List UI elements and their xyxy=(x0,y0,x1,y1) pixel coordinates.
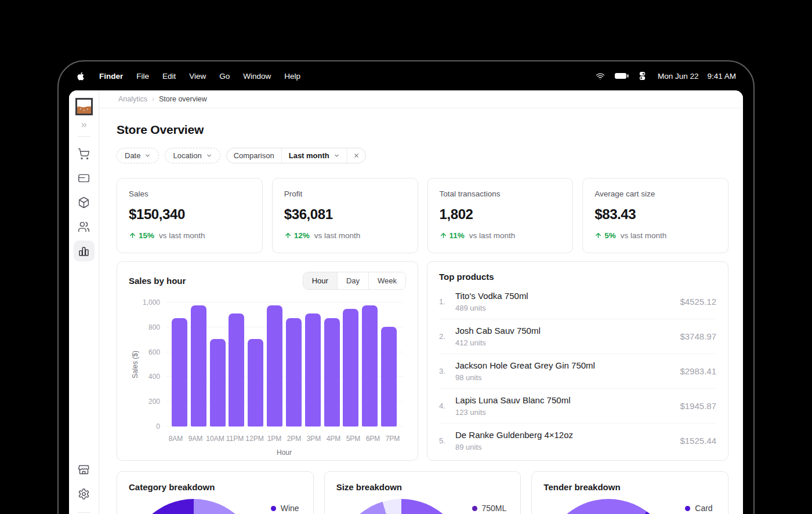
menu-item-file[interactable]: File xyxy=(136,72,149,81)
chevron-down-icon xyxy=(206,152,212,159)
bar-4PM xyxy=(324,318,340,426)
x-axis-label: Hour xyxy=(166,449,403,457)
main-content: Store Overview Date Location Comparison … xyxy=(99,108,743,514)
kpi-delta: 5%vs last month xyxy=(594,231,716,240)
menu-item-help[interactable]: Help xyxy=(284,72,300,81)
y-tick-label: 800 xyxy=(148,323,160,331)
menu-item-edit[interactable]: Edit xyxy=(162,72,176,81)
sidebar-item-orders[interactable] xyxy=(74,143,95,164)
x-tick-label: 11PM xyxy=(225,435,245,443)
kpi-delta-compare: vs last month xyxy=(314,231,361,240)
menu-item-window[interactable]: Window xyxy=(243,72,271,81)
product-price: $2983.41 xyxy=(680,366,716,376)
arrow-up-icon xyxy=(129,232,136,239)
device-frame: FinderFileEditViewGoWindowHelp Mon Jun 2… xyxy=(57,60,755,514)
kpi-delta: 12%vs last month xyxy=(284,231,406,240)
sidebar-item-payments[interactable] xyxy=(74,167,95,188)
legend-label: Card xyxy=(695,504,712,513)
kpi-label: Total transactions xyxy=(440,189,561,198)
kpi-value: $36,081 xyxy=(284,206,406,223)
y-tick-label: 600 xyxy=(148,348,160,356)
sidebar-item-customers[interactable] xyxy=(74,216,95,237)
kpi-value: $83.43 xyxy=(594,206,716,223)
kpi-value: 1,802 xyxy=(440,206,561,223)
bar-9AM xyxy=(191,305,206,426)
sidebar-item-settings[interactable] xyxy=(74,483,95,504)
comparison-filter-label: Comparison xyxy=(234,151,274,160)
y-tick-label: 200 xyxy=(148,398,160,406)
comparison-filter-clear-button[interactable] xyxy=(347,148,365,163)
legend-dot xyxy=(685,506,690,511)
apple-menu-icon[interactable] xyxy=(76,71,86,81)
x-tick-label: 5PM xyxy=(343,435,363,443)
breakdown-body: 750ML16oz xyxy=(336,499,509,514)
product-name: Lapis Luna Sauv Blanc 750ml xyxy=(455,395,680,405)
sidebar-item-analytics[interactable] xyxy=(74,240,95,261)
sidebar-divider xyxy=(78,136,90,137)
top-products-title: Top products xyxy=(439,272,494,282)
pie-legend: WineBeer xyxy=(271,504,299,514)
kpi-card-2: Total transactions1,80211%vs last month xyxy=(427,178,574,253)
breadcrumb-parent[interactable]: Analytics xyxy=(118,95,147,103)
arrow-up-icon xyxy=(440,232,447,239)
user-switch-icon[interactable] xyxy=(638,71,647,81)
product-name: De Ranke Guldenberg 4×12oz xyxy=(455,430,680,440)
comparison-filter-value-seg[interactable]: Last month xyxy=(281,148,347,163)
kpi-label: Sales xyxy=(129,189,251,198)
breakdown-panel-1: Size breakdown750ML16oz xyxy=(324,471,521,514)
bars-container xyxy=(166,302,403,426)
breakdown-body: CardCash xyxy=(543,499,716,514)
breakdown-panel-0: Category breakdownWineBeer xyxy=(117,471,314,514)
toggle-day[interactable]: Day xyxy=(337,272,368,289)
kpi-delta: 15%vs last month xyxy=(129,231,251,240)
menu-item-view[interactable]: View xyxy=(189,72,206,81)
sidebar-item-inventory[interactable] xyxy=(74,192,95,213)
location-filter-chip[interactable]: Location xyxy=(165,148,220,163)
breadcrumb: Analytics › Store overview xyxy=(99,90,743,108)
legend-item: Card xyxy=(685,504,714,513)
x-tick-label: 9AM xyxy=(186,435,205,443)
sidebar-item-store[interactable] xyxy=(74,459,95,480)
bar-6PM xyxy=(362,305,378,426)
breakdown-title: Size breakdown xyxy=(336,482,509,492)
product-row-4[interactable]: 4.Lapis Luna Sauv Blanc 750ml123 units$1… xyxy=(439,389,716,424)
legend-item: 750ML xyxy=(472,504,507,513)
bar-5PM xyxy=(343,309,358,426)
page-title: Store Overview xyxy=(117,123,728,137)
kpi-delta-pct: 5% xyxy=(604,231,616,240)
kpi-value: $150,340 xyxy=(129,206,251,223)
product-row-3[interactable]: 3.Jackson Hole Great Grey Gin 750ml98 un… xyxy=(439,354,716,389)
comparison-filter-chip: Comparison Last month xyxy=(226,148,366,163)
menu-item-go[interactable]: Go xyxy=(219,72,230,81)
date-filter-label: Date xyxy=(125,151,140,160)
menu-bar: FinderFileEditViewGoWindowHelp Mon Jun 2… xyxy=(59,61,753,90)
y-tick-label: 1,000 xyxy=(143,298,160,307)
bar-8AM xyxy=(172,318,187,426)
y-axis-label: Sales ($) xyxy=(131,330,139,399)
kpi-card-1: Profit$36,08112%vs last month xyxy=(272,178,418,253)
sidebar-expand-icon[interactable] xyxy=(80,120,88,130)
toggle-week[interactable]: Week xyxy=(368,272,405,289)
product-rank: 5. xyxy=(439,436,455,445)
product-row-1[interactable]: 1.Tito's Vodka 750ml489 units$4525.12 xyxy=(439,285,716,319)
kpi-card-0: Sales$150,34015%vs last month xyxy=(117,178,263,253)
breakdown-panel-2: Tender breakdownCardCash xyxy=(531,471,728,514)
kpi-delta-compare: vs last month xyxy=(159,231,205,240)
x-tick-label: 7PM xyxy=(383,435,403,443)
pie-legend: 750ML16oz xyxy=(472,504,507,514)
comparison-filter-label-seg[interactable]: Comparison xyxy=(227,148,281,163)
product-row-2[interactable]: 2.Josh Cab Sauv 750ml412 units$3748.97 xyxy=(439,319,716,354)
date-filter-chip[interactable]: Date xyxy=(117,148,159,163)
legend-dot xyxy=(472,506,477,511)
menubar-date: Mon Jun 22 xyxy=(658,72,699,81)
toggle-hour[interactable]: Hour xyxy=(303,272,337,289)
kpi-delta-compare: vs last month xyxy=(621,231,667,240)
product-rank: 2. xyxy=(439,332,455,341)
app-logo[interactable] xyxy=(75,98,93,115)
menu-item-finder[interactable]: Finder xyxy=(99,72,123,81)
bar-1PM xyxy=(267,305,282,426)
product-row-5[interactable]: 5.De Ranke Guldenberg 4×12oz89 units$152… xyxy=(439,424,716,458)
product-price: $1525.44 xyxy=(680,436,716,446)
location-filter-label: Location xyxy=(173,151,201,160)
kpi-delta-pct: 11% xyxy=(449,231,465,240)
